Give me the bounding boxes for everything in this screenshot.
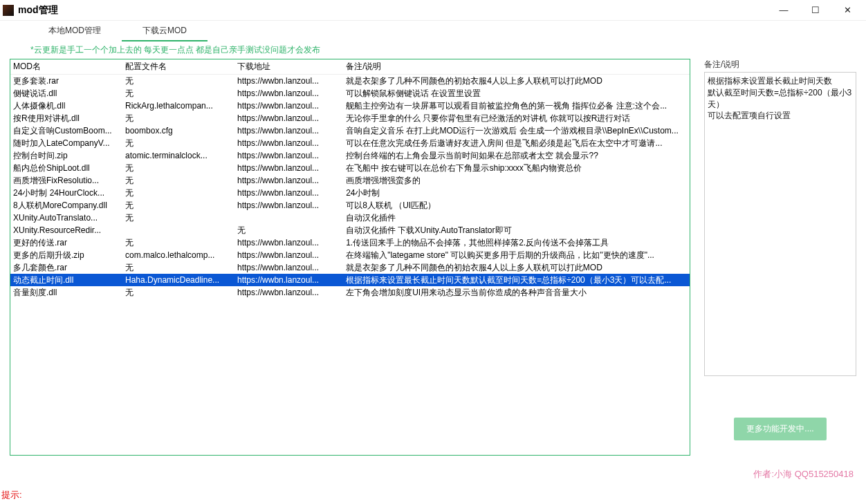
cell-url: https://wwbn.lanzoul...	[234, 199, 343, 212]
cell-name: XUnity.ResourceRedir...	[10, 224, 122, 236]
cell-note: 1.传送回来手上的物品不会掉落，其他照样掉落2.反向传送不会掉落工具	[343, 236, 690, 249]
cell-cfg: 无	[122, 236, 234, 249]
cell-note: 在飞船中 按右键可以在总价右下角显示ship:xxxx飞船内物资总价	[343, 162, 690, 174]
cell-name: 自定义音响CustomBoom...	[10, 124, 122, 137]
table-row[interactable]: 船内总价ShipLoot.dll无https://wwbn.lanzoul...…	[10, 162, 690, 174]
cell-cfg: 无	[122, 187, 234, 199]
minimize-button[interactable]: —	[768, 0, 800, 21]
table-row[interactable]: 动态截止时间.dllHaha.DynamicDeadline...https:/…	[10, 274, 690, 286]
table-row[interactable]: 随时加入LateCompanyV...无https://wwbn.lanzoul…	[10, 137, 690, 149]
detail-box: 根据指标来设置最长截止时间天数 默认截至时间天数=总指标÷200（最小3天） 可…	[704, 72, 856, 376]
cell-name: 更多的后期升级.zip	[10, 249, 122, 261]
tab-local-mod[interactable]: 本地MOD管理	[28, 21, 122, 41]
cell-note: 左下角会增加刻度UI用来动态显示当前你造成的各种声音音量大小	[343, 286, 690, 299]
cell-name: 控制台时间.zip	[10, 149, 122, 162]
update-notice: *云更新是手工一个个加上去的 每天更一点点 都是自己亲手测试没问题才会发布	[0, 41, 866, 59]
cell-name: XUnity.AutoTranslato...	[10, 212, 122, 224]
cell-cfg: 无	[122, 261, 234, 274]
table-row[interactable]: 侧键说话.dll无https://wwbn.lanzoul...可以解锁鼠标侧键…	[10, 87, 690, 100]
col-note[interactable]: 备注/说明	[343, 59, 690, 75]
cell-cfg: 无	[122, 162, 234, 174]
cell-name: 更好的传送.rar	[10, 236, 122, 249]
cell-cfg: 无	[122, 286, 234, 299]
cell-note: 可以解锁鼠标侧键说话 在设置里设置	[343, 87, 690, 100]
table-row-empty	[10, 376, 690, 387]
close-button[interactable]: ✕	[831, 0, 863, 21]
table-row[interactable]: 自定义音响CustomBoom...boombox.cfghttps://wwb…	[10, 124, 690, 137]
cell-url: https://wwbn.lanzoul...	[234, 286, 343, 299]
table-row-empty	[10, 354, 690, 365]
table-row-empty	[10, 310, 690, 321]
cell-note: 画质增强增强蛮多的	[343, 174, 690, 187]
cell-note: 音响自定义音乐 在打上此MOD运行一次游戏后 会生成一个游戏根目录\\BepIn…	[343, 124, 690, 137]
cell-url: https://wwbn.lanzoul...	[234, 274, 343, 286]
table-row[interactable]: 画质增强FixResolutio...无https://wwbn.lanzoul…	[10, 174, 690, 187]
tip-label: 提示:	[1, 489, 22, 501]
cell-cfg: 无	[122, 199, 234, 212]
cell-url: https://wwbn.lanzoul...	[234, 236, 343, 249]
col-config-file[interactable]: 配置文件名	[122, 59, 234, 75]
cell-url: https://wwbn.lanzoul...	[234, 187, 343, 199]
table-row-empty	[10, 387, 690, 398]
table-row[interactable]: 8人联机MoreCompany.dll无https://wwbn.lanzoul…	[10, 199, 690, 212]
cell-name: 8人联机MoreCompany.dll	[10, 199, 122, 212]
cell-note: 舰船主控旁边有一块屏幕可以观看目前被监控角色的第一视角 指挥位必备 注意:这个会…	[343, 100, 690, 112]
table-row-empty	[10, 409, 690, 420]
cell-cfg: 无	[122, 212, 234, 224]
table-row[interactable]: 更多的后期升级.zipcom.malco.lethalcomp...https:…	[10, 249, 690, 261]
cell-note: 可以在任意次完成任务后邀请好友进入房间 但是飞船必须是起飞后在太空中才可邀请..…	[343, 137, 690, 149]
cell-cfg: Haha.DynamicDeadline...	[122, 274, 234, 286]
cell-name: 按R使用对讲机.dll	[10, 112, 122, 124]
author-label: 作者:小海 QQ515250418	[753, 468, 854, 480]
cell-cfg: 无	[122, 112, 234, 124]
cell-cfg: boombox.cfg	[122, 124, 234, 137]
cell-name: 更多套装.rar	[10, 75, 122, 88]
table-row[interactable]: 音量刻度.dll无https://wwbn.lanzoul...左下角会增加刻度…	[10, 286, 690, 299]
table-row[interactable]: 24小时制 24HourClock...无https://wwbn.lanzou…	[10, 187, 690, 199]
cell-cfg: 无	[122, 87, 234, 100]
table-row[interactable]: 更好的传送.rar无https://wwbn.lanzoul...1.传送回来手…	[10, 236, 690, 249]
col-download-url[interactable]: 下载地址	[234, 59, 343, 75]
cell-url: https://wwbn.lanzoul...	[234, 112, 343, 124]
cell-url: https://wwbn.lanzoul...	[234, 124, 343, 137]
table-row[interactable]: XUnity.AutoTranslato...无自动汉化插件	[10, 212, 690, 224]
table-row-empty	[10, 321, 690, 332]
col-mod-name[interactable]: MOD名	[10, 59, 122, 75]
cell-cfg: 无	[122, 137, 234, 149]
tab-cloud-mod[interactable]: 下载云MOD	[122, 21, 208, 41]
cell-note: 就是衣架多了几种不同颜色的初始衣服4人以上多人联机可以打此MOD	[343, 261, 690, 274]
side-panel: 备注/说明 根据指标来设置最长截止时间天数 默认截至时间天数=总指标÷200（最…	[704, 59, 856, 456]
table-row[interactable]: 更多套装.rar无https://wwbn.lanzoul...就是衣架多了几种…	[10, 75, 690, 88]
cell-name: 多几套颜色.rar	[10, 261, 122, 274]
table-row[interactable]: 人体摄像机.dllRickArg.lethalcompan...https://…	[10, 100, 690, 112]
table-row[interactable]: 控制台时间.zipatomic.terminalclock...https://…	[10, 149, 690, 162]
cell-note: 在终端输入"lategame store" 可以购买更多用于后期的升级商品，比如…	[343, 249, 690, 261]
cell-name: 侧键说话.dll	[10, 87, 122, 100]
cell-note: 可以8人联机 （UI匹配）	[343, 199, 690, 212]
cell-url: https://wwbn.lanzoul...	[234, 174, 343, 187]
table-row[interactable]: 按R使用对讲机.dll无https://wwbn.lanzoul...无论你手里…	[10, 112, 690, 124]
table-row-empty	[10, 420, 690, 431]
cell-name: 24小时制 24HourClock...	[10, 187, 122, 199]
cell-name: 音量刻度.dll	[10, 286, 122, 299]
cell-url	[234, 212, 343, 224]
cell-cfg: 无	[122, 174, 234, 187]
detail-label: 备注/说明	[704, 59, 856, 71]
window-controls: — ☐ ✕	[768, 0, 863, 21]
cell-note: 无论你手里拿的什么 只要你背包里有已经激活的对讲机 你就可以按R进行对话	[343, 112, 690, 124]
table-row[interactable]: XUnity.ResourceRedir...无自动汉化插件 下载XUnity.…	[10, 224, 690, 236]
maximize-button[interactable]: ☐	[800, 0, 831, 21]
cell-cfg: RickArg.lethalcompan...	[122, 100, 234, 112]
table-row[interactable]: 多几套颜色.rar无https://wwbn.lanzoul...就是衣架多了几…	[10, 261, 690, 274]
cell-url: https://wwbn.lanzoul...	[234, 137, 343, 149]
table-row-empty	[10, 454, 690, 456]
more-features-button[interactable]: 更多功能开发中....	[734, 418, 826, 440]
cell-name: 船内总价ShipLoot.dll	[10, 162, 122, 174]
cell-url: https://wwbn.lanzoul...	[234, 75, 343, 88]
cell-note: 24小时制	[343, 187, 690, 199]
mod-table[interactable]: MOD名 配置文件名 下载地址 备注/说明 更多套装.rar无https://w…	[10, 59, 690, 456]
cell-cfg: com.malco.lethalcomp...	[122, 249, 234, 261]
cell-name: 人体摄像机.dll	[10, 100, 122, 112]
table-row-empty	[10, 365, 690, 376]
cell-note: 自动汉化插件	[343, 212, 690, 224]
